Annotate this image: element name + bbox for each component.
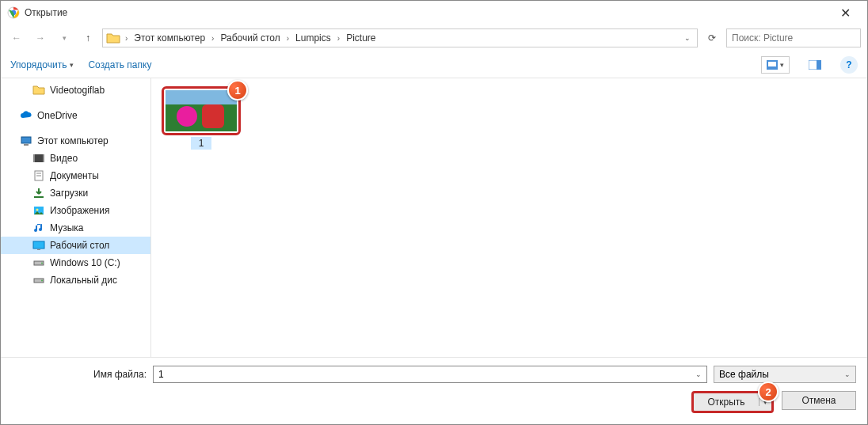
svg-rect-7 [24,144,29,146]
filetype-select[interactable]: Все файлы ⌄ [714,366,856,383]
chevron-right-icon: › [208,34,217,43]
sidebar-item-label: Видео [50,153,78,164]
filename-label: Имя файла: [12,369,147,380]
downloads-icon [32,187,45,199]
sidebar-item-label: Изображения [50,205,109,216]
refresh-button[interactable]: ⟳ [702,28,721,47]
chevron-right-icon: › [334,34,343,43]
file-name: 1 [191,137,212,150]
sidebar-item[interactable]: Videotogiflab [1,82,150,99]
recent-dropdown[interactable]: ▾ [55,28,74,47]
sidebar-item[interactable]: OneDrive [1,107,150,124]
sidebar-item-label: OneDrive [37,110,78,121]
drive-icon [32,274,45,286]
up-button[interactable]: ↑ [78,28,97,47]
sidebar-item-label: Музыка [50,222,83,233]
chevron-down-icon[interactable]: ⌄ [695,370,702,378]
pc-icon [20,135,32,147]
svg-point-22 [41,280,43,282]
sidebar-item[interactable]: Локальный дис [1,271,150,289]
svg-rect-14 [34,196,44,198]
annotation-marker-1: 1 [227,80,248,101]
close-button[interactable]: ✕ [829,6,861,21]
preview-pane-button[interactable] [804,56,826,74]
breadcrumb[interactable]: › Этот компьютер › Рабочий стол › Lumpic… [102,28,698,47]
sidebar-item[interactable]: Загрузки [1,184,150,202]
pictures-icon [32,204,45,217]
sidebar-item-label: Windows 10 (C:) [50,257,120,268]
sidebar-item-label: Рабочий стол [50,240,109,251]
chrome-icon [7,6,20,19]
sidebar-item[interactable]: Видео [1,150,150,167]
svg-rect-6 [21,137,31,143]
chevron-down-icon: ⌄ [844,370,851,378]
organize-menu[interactable]: Упорядочить▾ [10,59,74,70]
sidebar-item[interactable]: Windows 10 (C:) [1,254,150,271]
back-button[interactable]: ← [7,28,26,47]
svg-point-20 [41,263,43,264]
svg-rect-8 [33,154,44,162]
sidebar-item-label: Этот компьютер [37,135,108,146]
crumb-2[interactable]: Lumpics [292,31,334,45]
sidebar-item-label: Локальный дис [50,275,117,286]
svg-rect-3 [768,62,776,66]
file-item[interactable]: 1 1 [159,86,243,150]
sidebar: VideotogiflabOneDriveЭтот компьютерВидео… [1,78,151,357]
forward-button: → [31,28,50,47]
crumb-0[interactable]: Этот компьютер [131,31,208,45]
breadcrumb-dropdown[interactable]: ⌄ [681,34,694,42]
body: VideotogiflabOneDriveЭтот компьютерВидео… [1,78,867,357]
crumb-3[interactable]: Picture [343,31,379,45]
svg-rect-17 [33,241,44,249]
nav-row: ← → ▾ ↑ › Этот компьютер › Рабочий стол … [1,25,867,51]
sidebar-item[interactable]: Рабочий стол [1,237,150,254]
sidebar-item[interactable]: Этот компьютер [1,132,150,150]
svg-rect-18 [37,249,40,250]
music-icon [32,222,45,234]
sidebar-item[interactable]: Документы [1,167,150,184]
svg-rect-5 [817,60,821,70]
docs-icon [32,169,45,182]
desktop-icon [32,239,45,252]
svg-rect-9 [33,154,35,162]
sidebar-item[interactable]: Музыка [1,219,150,237]
view-mode-button[interactable]: ▾ [761,56,790,74]
folder-icon [106,31,120,45]
sidebar-item[interactable]: Изображения [1,202,150,219]
help-button[interactable]: ? [840,56,858,74]
chevron-down-icon: ▾ [70,61,74,69]
sidebar-item-label: Документы [50,170,99,181]
file-open-dialog: Открытие ✕ ← → ▾ ↑ › Этот компьютер › Ра… [0,0,868,425]
toolbar: Упорядочить▾ Создать папку ▾ ? [1,51,867,78]
crumb-1[interactable]: Рабочий стол [217,31,283,45]
chevron-right-icon: › [284,34,292,43]
video-icon [32,152,45,165]
footer: Имя файла: 1 ⌄ Все файлы ⌄ Открыть ▾ Отм… [1,357,867,424]
search-input[interactable] [726,28,861,47]
sidebar-item-label: Videotogiflab [50,85,105,96]
dialog-title: Открытие [25,7,829,18]
chevron-right-icon: › [122,34,131,43]
filename-input[interactable]: 1 ⌄ [153,366,707,383]
new-folder-button[interactable]: Создать папку [88,59,151,70]
folder-icon [32,84,45,97]
drive-icon [32,256,45,269]
svg-point-16 [36,209,39,211]
onedrive-icon [20,109,32,122]
sidebar-item-label: Загрузки [50,188,88,199]
titlebar: Открытие ✕ [1,1,867,25]
svg-rect-10 [43,154,44,162]
annotation-marker-2: 2 [758,381,779,402]
file-pane[interactable]: 1 1 [151,78,867,357]
cancel-button[interactable]: Отмена [782,391,856,410]
